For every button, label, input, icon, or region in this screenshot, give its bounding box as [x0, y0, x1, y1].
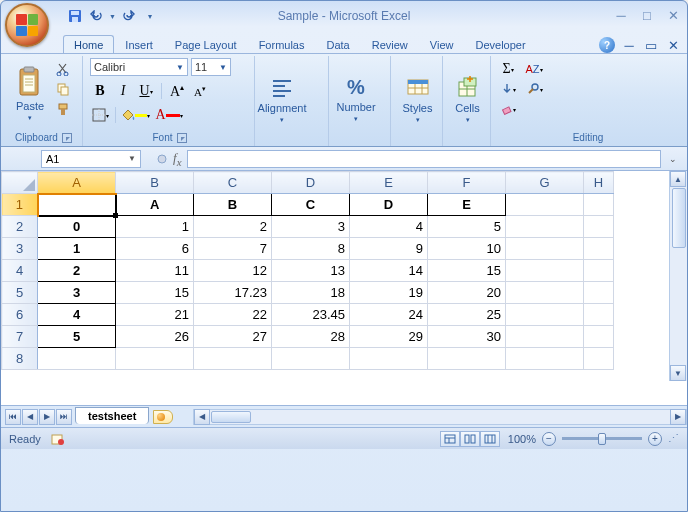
cell-G2[interactable]: [506, 216, 584, 238]
fill-color-button[interactable]: ▾: [121, 106, 151, 124]
clipboard-launcher[interactable]: [62, 133, 72, 143]
cell-B8[interactable]: [116, 348, 194, 370]
cell-C7[interactable]: 27: [194, 326, 272, 348]
fx-icon[interactable]: fx: [173, 150, 181, 168]
font-color-button[interactable]: A▾: [154, 106, 184, 124]
cell-B6[interactable]: 21: [116, 304, 194, 326]
col-header-D[interactable]: D: [272, 172, 350, 194]
worksheet-grid[interactable]: A B C D E F G H 1 A B C D E 2 0: [1, 171, 614, 370]
tab-nav-prev[interactable]: ◀: [22, 409, 38, 425]
cell-H4[interactable]: [584, 260, 614, 282]
cell-G4[interactable]: [506, 260, 584, 282]
cell-C3[interactable]: 7: [194, 238, 272, 260]
cell-B1[interactable]: A: [116, 194, 194, 216]
borders-button[interactable]: ▾: [90, 106, 110, 124]
cell-D7[interactable]: 28: [272, 326, 350, 348]
italic-button[interactable]: I: [113, 82, 133, 100]
cell-G5[interactable]: [506, 282, 584, 304]
format-painter-button[interactable]: [53, 100, 73, 118]
clear-button[interactable]: ▾: [498, 100, 518, 118]
row-header-4[interactable]: 4: [2, 260, 38, 282]
formula-bar[interactable]: [187, 150, 661, 168]
view-page-break-button[interactable]: [480, 431, 500, 447]
maximize-button[interactable]: □: [639, 7, 655, 23]
cell-A2[interactable]: 0: [38, 216, 116, 238]
close-button[interactable]: ✕: [665, 7, 681, 23]
row-header-2[interactable]: 2: [2, 216, 38, 238]
cell-F3[interactable]: 10: [428, 238, 506, 260]
alignment-button[interactable]: Alignment▾: [262, 58, 302, 141]
cell-H5[interactable]: [584, 282, 614, 304]
tab-view[interactable]: View: [419, 35, 465, 53]
cell-A5[interactable]: 3: [38, 282, 116, 304]
scroll-down-button[interactable]: ▼: [670, 365, 686, 381]
cell-C2[interactable]: 2: [194, 216, 272, 238]
cell-B5[interactable]: 15: [116, 282, 194, 304]
horizontal-scrollbar[interactable]: ◀ ▶: [193, 409, 687, 425]
row-header-5[interactable]: 5: [2, 282, 38, 304]
cell-F5[interactable]: 20: [428, 282, 506, 304]
cell-B2[interactable]: 1: [116, 216, 194, 238]
cell-E7[interactable]: 29: [350, 326, 428, 348]
cell-F6[interactable]: 25: [428, 304, 506, 326]
cell-G3[interactable]: [506, 238, 584, 260]
cell-G1[interactable]: [506, 194, 584, 216]
cell-E5[interactable]: 19: [350, 282, 428, 304]
cell-E1[interactable]: D: [350, 194, 428, 216]
col-header-A[interactable]: A: [38, 172, 116, 194]
cell-G7[interactable]: [506, 326, 584, 348]
zoom-level[interactable]: 100%: [508, 433, 536, 445]
font-family-combo[interactable]: Calibri▼: [90, 58, 188, 76]
cell-E6[interactable]: 24: [350, 304, 428, 326]
cell-H2[interactable]: [584, 216, 614, 238]
cell-E3[interactable]: 9: [350, 238, 428, 260]
cell-G6[interactable]: [506, 304, 584, 326]
cell-H3[interactable]: [584, 238, 614, 260]
tab-nav-last[interactable]: ⏭: [56, 409, 72, 425]
select-all-corner[interactable]: [2, 172, 38, 194]
row-header-7[interactable]: 7: [2, 326, 38, 348]
cell-D8[interactable]: [272, 348, 350, 370]
font-size-combo[interactable]: 11▼: [191, 58, 231, 76]
cell-D1[interactable]: C: [272, 194, 350, 216]
cell-E8[interactable]: [350, 348, 428, 370]
cell-H7[interactable]: [584, 326, 614, 348]
cell-C4[interactable]: 12: [194, 260, 272, 282]
grow-font-button[interactable]: A▴: [167, 82, 187, 100]
cells-button[interactable]: Cells▾: [450, 58, 485, 141]
tab-nav-next[interactable]: ▶: [39, 409, 55, 425]
col-header-G[interactable]: G: [506, 172, 584, 194]
shrink-font-button[interactable]: A▾: [190, 82, 210, 100]
sheet-tab-testsheet[interactable]: testsheet: [75, 407, 149, 424]
cell-A3[interactable]: 1: [38, 238, 116, 260]
scroll-up-button[interactable]: ▲: [670, 171, 686, 187]
tab-insert[interactable]: Insert: [114, 35, 164, 53]
cell-D2[interactable]: 3: [272, 216, 350, 238]
row-header-3[interactable]: 3: [2, 238, 38, 260]
paste-button[interactable]: Paste ▾: [10, 58, 50, 130]
sort-filter-button[interactable]: AZ▾: [521, 60, 547, 78]
cell-A4[interactable]: 2: [38, 260, 116, 282]
tab-developer[interactable]: Developer: [464, 35, 536, 53]
col-header-B[interactable]: B: [116, 172, 194, 194]
cell-H1[interactable]: [584, 194, 614, 216]
vertical-scrollbar[interactable]: ▲ ▼: [669, 171, 687, 381]
find-select-button[interactable]: ▾: [521, 80, 547, 98]
cell-D4[interactable]: 13: [272, 260, 350, 282]
h-scroll-thumb[interactable]: [211, 411, 251, 423]
cell-C1[interactable]: B: [194, 194, 272, 216]
cell-B3[interactable]: 6: [116, 238, 194, 260]
qat-customize[interactable]: ▾: [140, 6, 160, 26]
bold-button[interactable]: B: [90, 82, 110, 100]
col-header-H[interactable]: H: [584, 172, 614, 194]
cell-F7[interactable]: 30: [428, 326, 506, 348]
number-button[interactable]: % Number▾: [336, 58, 376, 141]
zoom-slider[interactable]: [562, 437, 642, 440]
cell-D6[interactable]: 23.45: [272, 304, 350, 326]
cell-B7[interactable]: 26: [116, 326, 194, 348]
redo-button[interactable]: [118, 6, 138, 26]
zoom-out-button[interactable]: −: [542, 432, 556, 446]
macro-record-icon[interactable]: [51, 432, 65, 446]
mdi-restore[interactable]: ▭: [643, 37, 659, 53]
fill-button[interactable]: ▾: [498, 80, 518, 98]
